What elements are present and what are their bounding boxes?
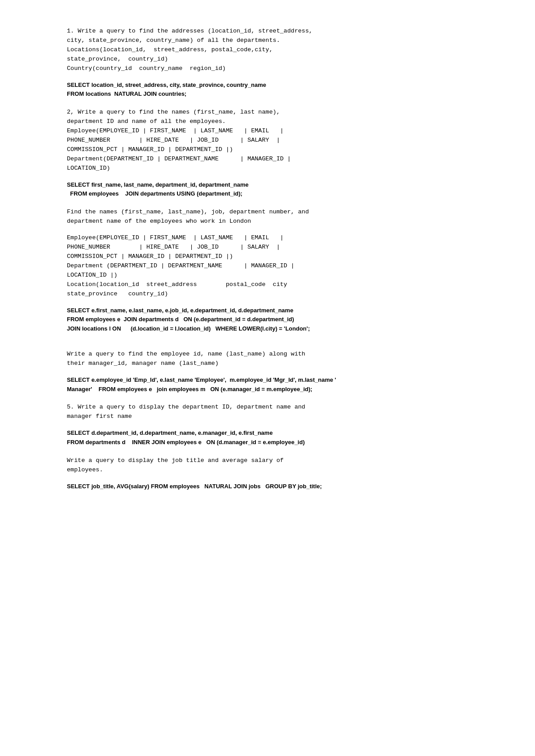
section-5-question: 5. Write a query to display the departme… — [67, 403, 468, 421]
section-1: 1. Write a query to find the addresses (… — [67, 27, 468, 99]
section-2-question: 2, Write a query to find the names (firs… — [67, 108, 468, 173]
section-4-sql: SELECT e.employee_id 'Emp_Id', e.last_na… — [67, 376, 468, 394]
section-1-question: 1. Write a query to find the addresses (… — [67, 27, 468, 74]
section-4: Write a query to find the employee id, n… — [67, 350, 468, 394]
section-5: 5. Write a query to display the departme… — [67, 403, 468, 447]
section-6: Write a query to display the job title a… — [67, 456, 468, 491]
section-3-question: Find the names (first_name, last_name), … — [67, 208, 468, 226]
section-3-sql: SELECT e.first_name, e.last_name, e.job_… — [67, 306, 468, 334]
section-3-subtext: Employee(EMPLOYEE_ID | FIRST_NAME | LAST… — [67, 233, 468, 298]
section-4-question: Write a query to find the employee id, n… — [67, 350, 468, 368]
section-2-sql: SELECT first_name, last_name, department… — [67, 180, 468, 199]
section-1-sql: SELECT location_id, street_address, city… — [67, 81, 468, 99]
content-area: 1. Write a query to find the addresses (… — [67, 27, 468, 491]
section-6-sql: SELECT job_title, AVG(salary) FROM emplo… — [67, 482, 468, 491]
section-6-question: Write a query to display the job title a… — [67, 456, 468, 475]
section-5-sql: SELECT d.department_id, d.department_nam… — [67, 429, 468, 447]
section-2: 2, Write a query to find the names (firs… — [67, 108, 468, 199]
section-3: Find the names (first_name, last_name), … — [67, 208, 468, 334]
